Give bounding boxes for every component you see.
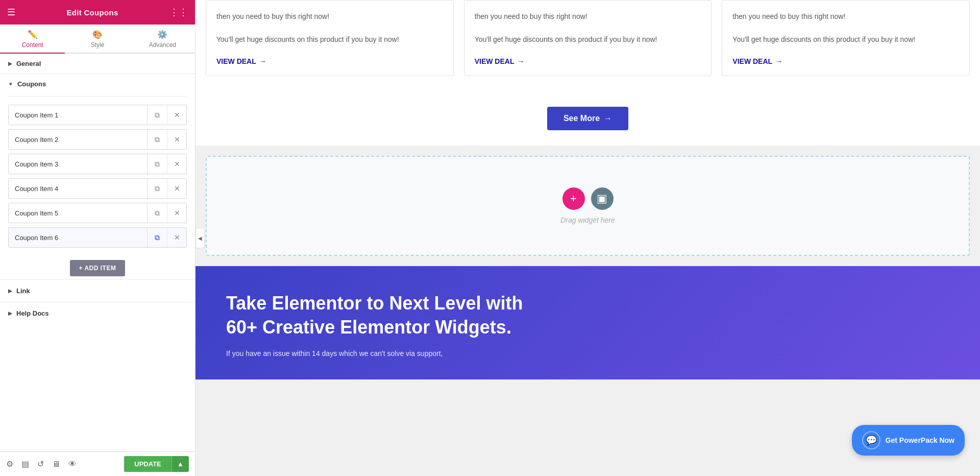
general-section-header[interactable]: ▶ General bbox=[0, 54, 195, 74]
coupon-item-3-label[interactable]: Coupon Item 3 bbox=[9, 155, 147, 173]
coupon-item-6-duplicate-button[interactable]: ⧉ bbox=[148, 228, 167, 247]
link-section-label: Link bbox=[16, 287, 30, 295]
arrow-right-icon-2: → bbox=[517, 57, 524, 65]
get-powerpack-button[interactable]: 💬 Get PowerPack Now bbox=[852, 425, 965, 456]
coupons-section-header[interactable]: ▼ Coupons bbox=[8, 74, 187, 97]
arrow-right-icon: → bbox=[259, 57, 266, 65]
coupon-item-1-label[interactable]: Coupon Item 1 bbox=[9, 106, 147, 124]
coupon-item-row-3: Coupon Item 3 ⧉ ✕ bbox=[8, 154, 187, 174]
coupon-cards-area: then you need to buy this right now! You… bbox=[195, 0, 980, 97]
collapse-panel-button[interactable]: ◀ bbox=[195, 228, 205, 248]
coupon-item-row-1: Coupon Item 1 ⧉ ✕ bbox=[8, 105, 187, 125]
link-arrow-icon: ▶ bbox=[8, 288, 12, 294]
update-btn-group: UPDATE ▲ bbox=[124, 456, 189, 472]
tab-style-label: Style bbox=[91, 41, 105, 49]
coupon-item-6-actions: ⧉ ✕ bbox=[147, 228, 186, 247]
see-more-arrow-icon: → bbox=[604, 114, 612, 123]
help-docs-arrow-icon: ▶ bbox=[8, 311, 12, 316]
coupon-item-row-6: Coupon Item 6 ⧉ ✕ bbox=[8, 227, 187, 248]
view-deal-link-1[interactable]: VIEW DEAL → bbox=[216, 57, 443, 65]
coupon-item-4-duplicate-button[interactable]: ⧉ bbox=[148, 179, 167, 198]
promo-heading: Take Elementor to Next Level with 60+ Cr… bbox=[226, 292, 949, 340]
coupon-card-3: then you need to buy this right now! You… bbox=[722, 0, 970, 76]
view-deal-link-2[interactable]: VIEW DEAL → bbox=[475, 57, 701, 65]
preview-icon[interactable]: 👁 bbox=[68, 460, 77, 469]
coupons-section: ▼ Coupons Coupon Item 1 ⧉ ✕ Coupon Item … bbox=[0, 74, 195, 276]
drag-widget-buttons: + ▣ bbox=[562, 187, 614, 210]
general-section-label: General bbox=[16, 60, 41, 67]
panel-tabs: ✏️ Content 🎨 Style ⚙️ Advanced bbox=[0, 25, 195, 54]
coupon-item-1-delete-button[interactable]: ✕ bbox=[167, 105, 186, 125]
coupon-item-1-actions: ⧉ ✕ bbox=[147, 105, 186, 125]
coupon-card-1-text: then you need to buy this right now! You… bbox=[216, 11, 443, 45]
tab-advanced[interactable]: ⚙️ Advanced bbox=[130, 25, 195, 54]
add-widget-button[interactable]: + bbox=[562, 187, 585, 210]
add-section-button[interactable]: ▣ bbox=[591, 187, 614, 210]
coupon-item-6-label[interactable]: Coupon Item 6 bbox=[9, 229, 147, 247]
coupon-card-1: then you need to buy this right now! You… bbox=[206, 0, 454, 76]
panel-content: ▶ General ▼ Coupons Coupon Item 1 ⧉ ✕ bbox=[0, 54, 195, 451]
pencil-icon: ✏️ bbox=[28, 30, 38, 39]
coupon-item-row-2: Coupon Item 2 ⧉ ✕ bbox=[8, 129, 187, 150]
coupon-item-row-5: Coupon Item 5 ⧉ ✕ bbox=[8, 203, 187, 223]
view-deal-link-3[interactable]: VIEW DEAL → bbox=[732, 57, 959, 65]
chat-icon: 💬 bbox=[862, 431, 880, 449]
coupon-item-2-duplicate-button[interactable]: ⧉ bbox=[148, 130, 167, 149]
update-button[interactable]: UPDATE bbox=[124, 456, 171, 472]
coupon-item-5-label[interactable]: Coupon Item 5 bbox=[9, 204, 147, 222]
coupon-item-row-4: Coupon Item 4 ⧉ ✕ bbox=[8, 178, 187, 199]
tab-content[interactable]: ✏️ Content bbox=[0, 25, 65, 54]
coupon-card-3-text: then you need to buy this right now! You… bbox=[732, 11, 959, 45]
promo-body: If you have an issue within 14 days whic… bbox=[226, 348, 949, 359]
panel-title: Edit Coupons bbox=[66, 8, 118, 17]
coupon-item-2-actions: ⧉ ✕ bbox=[147, 130, 186, 149]
update-arrow-button[interactable]: ▲ bbox=[172, 456, 189, 472]
main-area: ◀ then you need to buy this right now! Y… bbox=[195, 0, 980, 476]
coupon-item-5-duplicate-button[interactable]: ⧉ bbox=[148, 203, 167, 223]
panel-header: ☰ Edit Coupons ⋮⋮ bbox=[0, 0, 195, 25]
coupon-item-4-actions: ⧉ ✕ bbox=[147, 179, 186, 198]
coupon-item-3-delete-button[interactable]: ✕ bbox=[167, 154, 186, 174]
coupon-items-list: Coupon Item 1 ⧉ ✕ Coupon Item 2 ⧉ ✕ Coup… bbox=[8, 105, 187, 248]
coupon-item-3-duplicate-button[interactable]: ⧉ bbox=[148, 154, 167, 174]
tab-style[interactable]: 🎨 Style bbox=[65, 25, 130, 54]
palette-icon: 🎨 bbox=[92, 30, 103, 39]
help-docs-section-label: Help Docs bbox=[16, 310, 49, 317]
see-more-button[interactable]: See More → bbox=[547, 107, 628, 130]
add-item-button[interactable]: + ADD ITEM bbox=[70, 260, 126, 276]
coupon-item-6-delete-button[interactable]: ✕ bbox=[167, 228, 186, 247]
coupon-item-5-delete-button[interactable]: ✕ bbox=[167, 203, 186, 223]
desktop-icon[interactable]: 🖥 bbox=[52, 460, 60, 469]
settings-icon[interactable]: ⚙ bbox=[6, 459, 13, 469]
coupon-item-1-duplicate-button[interactable]: ⧉ bbox=[148, 105, 167, 125]
gear-icon: ⚙️ bbox=[157, 30, 167, 39]
layers-icon[interactable]: ▤ bbox=[21, 459, 29, 469]
coupon-card-2-text: then you need to buy this right now! You… bbox=[475, 11, 701, 45]
link-section-header[interactable]: ▶ Link bbox=[0, 279, 195, 302]
coupon-item-3-actions: ⧉ ✕ bbox=[147, 154, 186, 174]
coupons-section-label: Coupons bbox=[17, 80, 46, 88]
tab-content-label: Content bbox=[22, 41, 43, 49]
help-docs-section-header[interactable]: ▶ Help Docs bbox=[0, 302, 195, 324]
see-more-container: See More → bbox=[195, 97, 980, 146]
coupon-item-2-delete-button[interactable]: ✕ bbox=[167, 130, 186, 149]
arrow-right-icon-3: → bbox=[775, 57, 782, 65]
history-icon[interactable]: ↺ bbox=[37, 459, 44, 469]
coupon-item-4-delete-button[interactable]: ✕ bbox=[167, 179, 186, 198]
coupon-item-4-label[interactable]: Coupon Item 4 bbox=[9, 180, 147, 198]
coupon-item-2-label[interactable]: Coupon Item 2 bbox=[9, 131, 147, 149]
grid-icon[interactable]: ⋮⋮ bbox=[169, 7, 188, 18]
panel-footer: ⚙ ▤ ↺ 🖥 👁 UPDATE ▲ bbox=[0, 451, 195, 476]
hamburger-icon[interactable]: ☰ bbox=[7, 7, 15, 18]
tab-advanced-label: Advanced bbox=[149, 41, 176, 49]
promo-banner: Take Elementor to Next Level with 60+ Cr… bbox=[195, 266, 980, 379]
drag-widget-text: Drag widget here bbox=[560, 216, 615, 224]
left-panel: ☰ Edit Coupons ⋮⋮ ✏️ Content 🎨 Style ⚙️ … bbox=[0, 0, 195, 476]
drag-widget-area: + ▣ Drag widget here bbox=[206, 156, 970, 256]
footer-icons: ⚙ ▤ ↺ 🖥 👁 bbox=[6, 459, 77, 469]
coupon-card-2: then you need to buy this right now! You… bbox=[464, 0, 712, 76]
general-arrow-icon: ▶ bbox=[8, 61, 12, 66]
coupons-arrow-icon: ▼ bbox=[8, 81, 13, 87]
coupon-cards-grid: then you need to buy this right now! You… bbox=[206, 0, 970, 76]
add-item-container: + ADD ITEM bbox=[8, 255, 187, 276]
